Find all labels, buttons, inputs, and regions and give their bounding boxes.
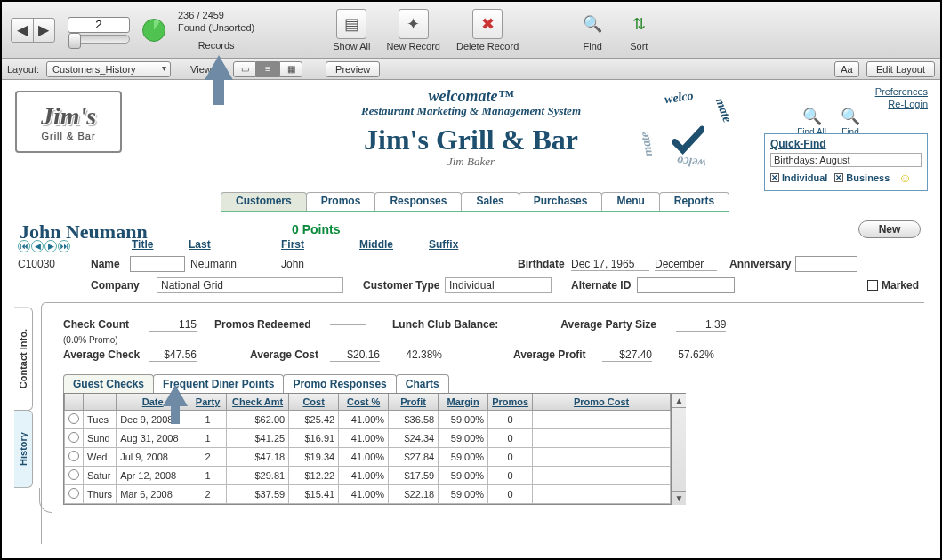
nav-last-icon[interactable]: ⏭ (58, 240, 70, 252)
qf-smiley-icon[interactable]: ☺ (898, 171, 911, 185)
preview-btn[interactable]: Preview (326, 61, 380, 77)
name-label: Name (91, 258, 120, 270)
table-row[interactable]: SaturApr 12, 20081$29.81$12.2241.00%$17.… (65, 467, 671, 485)
itab-charts[interactable]: Charts (396, 374, 449, 393)
table-row[interactable]: TuesDec 9, 20081$62.00$25.4241.00%$36.58… (65, 411, 671, 429)
avgcheck-value: $47.56 (149, 348, 197, 362)
table-row[interactable]: WedJul 9, 20082$47.18$19.3441.00%$27.845… (65, 448, 671, 467)
tab-menu[interactable]: Menu (601, 192, 659, 211)
preferences-link[interactable]: Preferences (875, 86, 928, 97)
sidetab-contact[interactable]: Contact Info. (14, 307, 33, 411)
find-all-button[interactable]: 🔍 Find All (797, 107, 826, 137)
nav-next-icon[interactable]: ▶ (44, 240, 57, 252)
avgcheck-label: Average Check (63, 348, 149, 361)
cell-cost: $19.34 (289, 448, 339, 467)
delete-record-label: Delete Record (456, 41, 519, 52)
anniversary-input[interactable] (795, 256, 857, 272)
custtype-input[interactable]: Individual (445, 277, 552, 293)
tab-responses[interactable]: Responses (374, 192, 462, 211)
main-tabs: Customers Promos Responses Sales Purchas… (221, 192, 729, 212)
marked-check[interactable]: Marked (867, 279, 919, 292)
aa-btn[interactable]: Aa (834, 61, 859, 77)
prev-record-icon[interactable]: ◀ (12, 19, 33, 42)
quickfind-title[interactable]: Quick-Find (770, 138, 922, 150)
nav-first-icon[interactable]: ⏮ (18, 240, 30, 252)
cell-promos: 0 (488, 411, 533, 429)
table-row[interactable]: SundAug 31, 20081$41.25$16.9141.00%$24.3… (65, 429, 671, 448)
record-nav-dots: ⏮ ◀ ▶ ⏭ (18, 240, 70, 252)
company-input[interactable]: National Grid (157, 277, 343, 293)
view-form-btn[interactable]: ▭ (233, 61, 256, 77)
tab-promos[interactable]: Promos (306, 192, 376, 211)
checks-table: Date Party Check Amt Cost Cost % Profit … (63, 394, 672, 505)
cell-promocost (533, 467, 671, 485)
edit-layout-btn[interactable]: Edit Layout (866, 61, 935, 77)
altid-input[interactable] (637, 277, 735, 293)
title-input[interactable] (130, 256, 185, 272)
tab-customers[interactable]: Customers (221, 192, 307, 211)
find-button[interactable]: 🔍 Find (841, 107, 860, 137)
record-slider[interactable] (68, 35, 130, 44)
show-all-icon[interactable]: ▤ (336, 9, 366, 39)
scroll-up-icon[interactable]: ▲ (672, 394, 686, 408)
col-costpct[interactable]: Cost % (339, 394, 389, 411)
record-nav[interactable]: ◀ ▶ (11, 18, 55, 43)
record-number-input[interactable] (68, 17, 130, 33)
next-record-icon[interactable]: ▶ (34, 19, 55, 42)
avgprofit-label: Average Profit (513, 348, 602, 361)
suffix-label[interactable]: Suffix (429, 238, 458, 251)
row-radio-icon[interactable] (68, 469, 79, 480)
relogin-link[interactable]: Re-Login (888, 99, 928, 109)
customer-id: C10030 (18, 258, 55, 270)
layout-select[interactable]: Customers_History (46, 61, 171, 77)
find-icon[interactable]: 🔍 (577, 9, 608, 39)
qf-individual-check[interactable]: ✕Individual (770, 172, 827, 183)
avgparty-label: Average Party Size (560, 318, 676, 331)
title-label[interactable]: Title (132, 238, 153, 251)
cell-day: Tues (84, 411, 117, 429)
qf-business-check[interactable]: ✕Business (834, 172, 890, 183)
col-party[interactable]: Party (189, 394, 227, 411)
cell-amount: $37.59 (227, 485, 289, 504)
itab-guestchecks[interactable]: Guest Checks (63, 374, 154, 393)
col-promocost[interactable]: Promo Cost (533, 394, 671, 411)
row-radio-icon[interactable] (68, 488, 79, 499)
cell-margin: 59.00% (439, 448, 488, 467)
tab-purchases[interactable]: Purchases (519, 192, 603, 211)
sort-icon[interactable]: ⇅ (624, 9, 654, 39)
birthdate-label: Birthdate (518, 258, 565, 270)
view-table-btn[interactable]: ▦ (279, 61, 302, 77)
row-radio-icon[interactable] (68, 432, 79, 443)
cell-amount: $29.81 (227, 467, 289, 485)
customer-points: 0 Points (292, 222, 340, 236)
sidetab-history[interactable]: History (14, 410, 33, 488)
first-label[interactable]: First (281, 238, 304, 251)
view-list-btn[interactable]: ≡ (256, 61, 279, 77)
tab-sales[interactable]: Sales (461, 192, 519, 211)
content-area: Jim's Grill & Bar welcomate™ Restaurant … (2, 80, 940, 558)
delete-record-icon[interactable]: ✖ (472, 9, 503, 39)
middle-label[interactable]: Middle (359, 238, 393, 251)
birthmonth-value[interactable]: December (655, 258, 717, 271)
table-scrollbar[interactable]: ▲ ▼ (672, 394, 686, 505)
col-profit[interactable]: Profit (389, 394, 439, 411)
nav-prev-icon[interactable]: ◀ (31, 240, 44, 252)
scroll-down-icon[interactable]: ▼ (672, 491, 686, 505)
col-promos[interactable]: Promos (488, 394, 533, 411)
new-record-icon[interactable]: ✦ (399, 9, 429, 39)
birthdate-value[interactable]: Dec 17, 1965 (571, 258, 649, 271)
col-margin[interactable]: Margin (439, 394, 488, 411)
cell-promocost (533, 411, 671, 429)
row-radio-icon[interactable] (68, 413, 79, 424)
tab-reports[interactable]: Reports (659, 192, 729, 211)
col-cost[interactable]: Cost (289, 394, 339, 411)
last-label[interactable]: Last (189, 238, 211, 251)
table-row[interactable]: ThursMar 6, 20082$37.59$15.4141.00%$22.1… (65, 485, 671, 504)
new-customer-button[interactable]: New (858, 220, 921, 238)
col-amount[interactable]: Check Amt (227, 394, 289, 411)
cell-cost: $15.41 (289, 485, 339, 504)
itab-promoresp[interactable]: Promo Responses (283, 374, 396, 393)
row-radio-icon[interactable] (68, 451, 79, 461)
quickfind-panel: Quick-Find Birthdays: August ✕Individual… (764, 133, 928, 191)
quickfind-criteria[interactable]: Birthdays: August (770, 153, 922, 167)
